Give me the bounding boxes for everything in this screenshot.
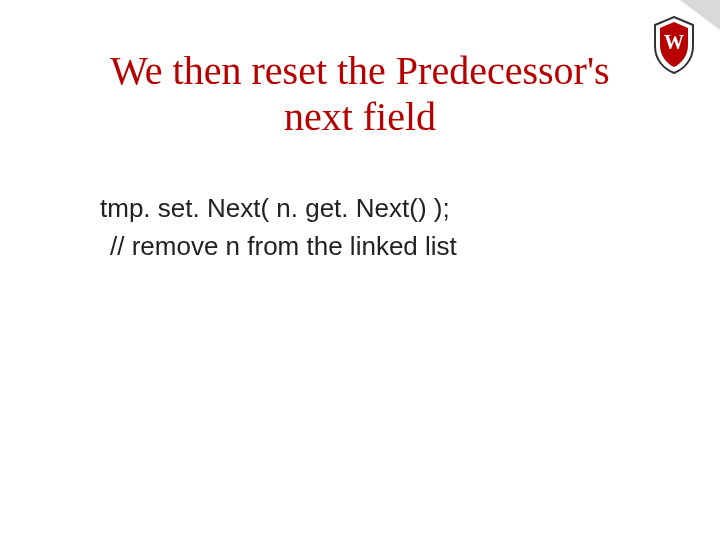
slide-title: We then reset the Predecessor's next fie… [0,48,720,140]
title-line-1: We then reset the Predecessor's [110,48,609,93]
code-line-2: // remove n from the linked list [100,228,640,266]
title-line-2: next field [284,94,436,139]
code-line-1: tmp. set. Next( n. get. Next() ); [100,190,640,228]
slide-body: tmp. set. Next( n. get. Next() ); // rem… [100,190,640,265]
slide: W We then reset the Predecessor's next f… [0,0,720,540]
logo-letter: W [664,31,684,53]
university-logo-icon: W [652,16,696,74]
